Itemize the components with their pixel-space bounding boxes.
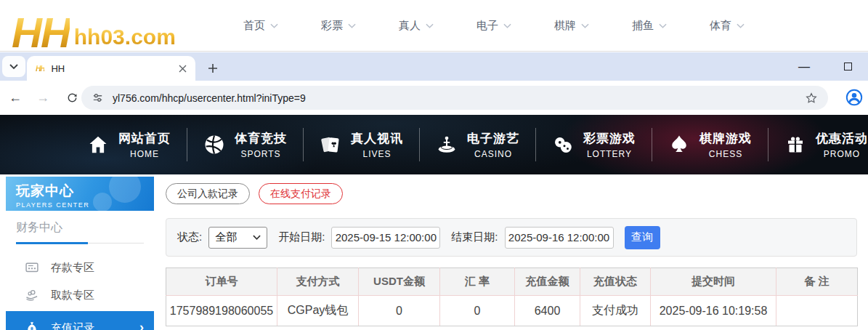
sidebar-subtitle: PLAYERS CENTER [16,201,154,209]
record-tabs: 公司入款记录 在线支付记录 [166,183,343,204]
site-nav-fishing[interactable]: 捕鱼 [632,19,667,33]
window-maximize-button[interactable] [837,52,859,81]
site-nav-slots[interactable]: 电子 [476,19,511,33]
site-nav-label: 棋牌 [554,19,576,33]
withdraw-icon [25,288,39,302]
site-nav-chess[interactable]: 棋牌 [554,19,589,33]
end-date-label: 结束日期: [451,230,498,244]
site-nav-lottery[interactable]: 彩票 [321,19,356,33]
money-bag-icon [25,321,39,330]
tab-title: HH [51,63,177,74]
url-text: yl756.com/hhcp/usercenter.html?iniType=9 [113,92,805,104]
spade-icon [668,134,690,156]
tab-company-deposit-records[interactable]: 公司入款记录 [166,183,250,204]
col-submit-time: 提交时间 [651,268,776,296]
table-header-row: 订单号 支付方式 USDT金额 汇 率 充值金额 充值状态 提交时间 备 注 [166,268,858,296]
chevron-down-icon [659,23,667,28]
profile-avatar-icon[interactable] [845,88,864,110]
nav-item-casino[interactable]: 电子游艺CASINO [420,130,535,159]
nav-label-zh: 彩票游戏 [583,130,636,147]
site-logo[interactable]: HH hh03.com [12,0,176,52]
home-icon [87,134,109,156]
sidebar-item-label: 充值记录 [51,321,94,330]
nav-item-home[interactable]: 网站首页HOME [71,130,187,159]
site-nav-live[interactable]: 真人 [399,19,434,33]
forward-button[interactable]: → [32,81,54,115]
nav-label-zh: 网站首页 [118,130,171,147]
site-nav-label: 捕鱼 [632,19,654,33]
cell-usdt-amount: 0 [359,296,440,326]
lottery-balls-icon [552,134,574,156]
sidebar: 玩家中心 PLAYERS CENTER 财务中心 存款专区 取款专区 充值记录 [6,177,154,330]
logo-domain: hh03.com [74,25,176,52]
sidebar-item-deposit[interactable]: 存款专区 [6,254,154,281]
site-nav-label: 体育 [710,19,731,33]
tab-online-payment-records[interactable]: 在线支付记录 [259,183,343,204]
filter-bar: 状态: 全部 开始日期: 结束日期: 查询 [166,218,857,257]
nav-item-chess[interactable]: 棋牌游戏CHESS [652,130,768,159]
nav-item-promo[interactable]: 优惠活动PROMO [768,130,868,159]
deposit-icon [25,260,39,275]
col-usdt-amount: USDT金额 [359,268,440,296]
site-nav-home[interactable]: 首页 [243,19,278,33]
status-select[interactable]: 全部 [208,227,267,249]
sidebar-item-withdraw[interactable]: 取款专区 [6,281,154,309]
tab-close-icon[interactable] [177,63,188,74]
sidebar-item-recharge-records[interactable]: 充值记录 [6,311,154,330]
nav-label-zh: 体育竞技 [235,130,287,147]
nav-label-zh: 真人视讯 [351,130,403,147]
reload-button[interactable] [61,81,83,115]
nav-label-zh: 电子游艺 [467,130,519,147]
query-button[interactable]: 查询 [625,226,660,249]
back-button[interactable]: ← [4,81,26,115]
col-recharge-status: 充值状态 [580,268,651,296]
site-settings-icon[interactable] [92,92,104,104]
start-date-label: 开始日期: [278,230,325,244]
url-bar[interactable]: yl756.com/hhcp/usercenter.html?iniType=9 [81,86,828,110]
end-date-input[interactable] [505,227,614,249]
col-order-no: 订单号 [166,268,277,296]
site-nav-label: 首页 [243,19,265,33]
tab-favicon: HH [36,65,44,73]
bookmark-star-icon[interactable] [805,92,818,105]
nav-item-lottery[interactable]: 彩票游戏LOTTERY [536,130,652,159]
site-nav: 首页 彩票 真人 电子 棋牌 捕鱼 [243,0,745,52]
browser-tab-strip: HH HH — [0,52,868,81]
basketball-icon [203,134,225,156]
tab-search-button[interactable] [2,56,25,77]
chevron-down-icon [503,23,511,28]
site-nav-label: 彩票 [321,19,343,33]
sidebar-item-label: 取款专区 [51,289,94,302]
nav-label-en: HOME [130,149,159,159]
new-tab-button[interactable] [203,59,222,78]
nav-label-en: LOTTERY [587,149,632,159]
col-recharge-amount: 充值金额 [515,268,580,296]
start-date-input[interactable] [331,227,440,249]
cell-remark [776,296,858,326]
nav-label-en: SPORTS [240,149,280,159]
status-select-value: 全部 [215,230,237,244]
chevron-down-icon [348,23,356,28]
chevron-down-icon [9,64,18,70]
nav-label-zh: 优惠活动 [816,130,868,147]
records-table: 订单号 支付方式 USDT金额 汇 率 充值金额 充值状态 提交时间 备 注 1… [166,267,858,326]
roulette-icon [436,134,458,156]
chevron-down-icon [737,23,745,28]
gift-icon [784,134,806,156]
chevron-down-icon [270,23,278,28]
finance-center-section-label: 财务中心 [16,220,144,244]
table-row: 1757989198060055 CGPay钱包 0 0 6400 支付成功 2… [166,296,858,326]
site-nav-sports[interactable]: 体育 [710,19,745,33]
chevron-down-icon [253,235,261,240]
browser-toolbar: ← → yl756.com/hhcp/usercenter.html?iniTy… [0,81,868,115]
col-rate: 汇 率 [440,268,515,296]
chevron-down-icon [426,23,434,28]
window-minimize-button[interactable]: — [793,52,815,81]
nav-item-sports[interactable]: 体育竞技SPORTS [187,130,303,159]
nav-label-en: CHESS [709,149,742,159]
browser-tab[interactable]: HH HH [27,56,195,81]
cell-pay-method: CGPay钱包 [277,296,359,326]
nav-item-live[interactable]: 真人视讯LIVES [304,130,419,159]
col-pay-method: 支付方式 [277,268,359,296]
screen: HH hh03.com 首页 彩票 真人 电子 棋牌 [0,0,868,330]
